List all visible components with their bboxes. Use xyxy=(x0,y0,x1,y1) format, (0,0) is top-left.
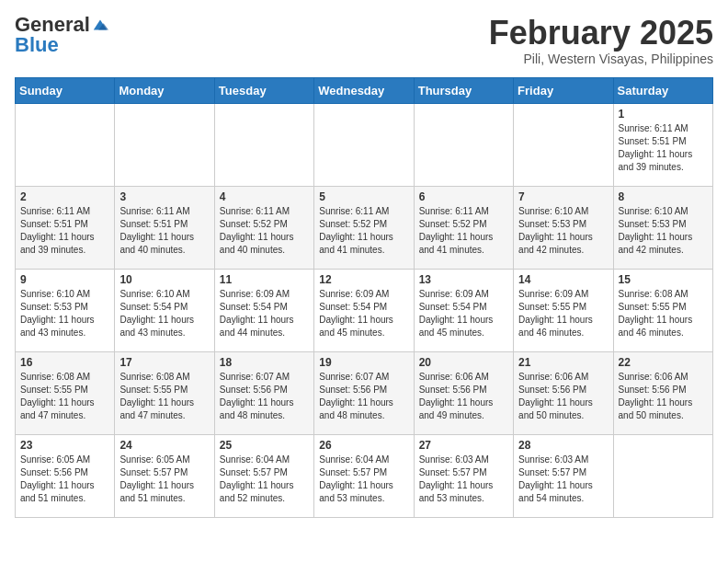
calendar-day-cell xyxy=(314,103,414,186)
calendar-day-cell: 6Sunrise: 6:11 AM Sunset: 5:52 PM Daylig… xyxy=(414,186,513,269)
day-number: 27 xyxy=(419,439,508,452)
day-number: 25 xyxy=(220,439,309,452)
day-info: Sunrise: 6:06 AM Sunset: 5:56 PM Dayligh… xyxy=(419,371,508,422)
calendar-day-cell: 15Sunrise: 6:08 AM Sunset: 5:55 PM Dayli… xyxy=(613,269,712,351)
day-info: Sunrise: 6:04 AM Sunset: 5:57 PM Dayligh… xyxy=(319,454,408,505)
day-number: 22 xyxy=(619,356,708,369)
day-info: Sunrise: 6:03 AM Sunset: 5:57 PM Dayligh… xyxy=(419,454,508,505)
day-number: 9 xyxy=(20,273,109,286)
calendar-day-cell: 2Sunrise: 6:11 AM Sunset: 5:51 PM Daylig… xyxy=(16,186,115,269)
calendar-day-cell xyxy=(115,103,214,186)
day-number: 24 xyxy=(119,439,209,452)
calendar-day-header: Monday xyxy=(115,77,214,103)
logo-blue-text: Blue xyxy=(15,35,59,55)
calendar-day-cell xyxy=(214,103,313,186)
day-info: Sunrise: 6:11 AM Sunset: 5:52 PM Dayligh… xyxy=(419,205,508,257)
calendar-day-header: Wednesday xyxy=(314,77,414,103)
day-info: Sunrise: 6:09 AM Sunset: 5:54 PM Dayligh… xyxy=(419,288,508,339)
page-header: General Blue February 2025 Pili, Western… xyxy=(15,15,713,66)
day-number: 3 xyxy=(119,190,209,203)
day-number: 4 xyxy=(220,190,309,203)
calendar-day-cell: 20Sunrise: 6:06 AM Sunset: 5:56 PM Dayli… xyxy=(414,351,513,434)
calendar-day-cell: 10Sunrise: 6:10 AM Sunset: 5:54 PM Dayli… xyxy=(115,269,214,351)
day-number: 1 xyxy=(619,108,708,121)
calendar-day-cell: 14Sunrise: 6:09 AM Sunset: 5:55 PM Dayli… xyxy=(514,269,613,351)
calendar-day-cell: 22Sunrise: 6:06 AM Sunset: 5:56 PM Dayli… xyxy=(613,351,712,434)
day-info: Sunrise: 6:11 AM Sunset: 5:51 PM Dayligh… xyxy=(119,205,209,257)
calendar-day-cell: 18Sunrise: 6:07 AM Sunset: 5:56 PM Dayli… xyxy=(214,351,313,434)
day-number: 8 xyxy=(619,190,708,203)
day-info: Sunrise: 6:05 AM Sunset: 5:56 PM Dayligh… xyxy=(20,454,109,505)
day-info: Sunrise: 6:05 AM Sunset: 5:57 PM Dayligh… xyxy=(119,454,209,505)
day-info: Sunrise: 6:09 AM Sunset: 5:55 PM Dayligh… xyxy=(518,288,608,339)
calendar-day-cell: 26Sunrise: 6:04 AM Sunset: 5:57 PM Dayli… xyxy=(314,434,414,517)
day-number: 2 xyxy=(20,190,109,203)
day-number: 16 xyxy=(20,356,109,369)
day-number: 11 xyxy=(220,273,309,286)
day-info: Sunrise: 6:08 AM Sunset: 5:55 PM Dayligh… xyxy=(119,371,209,422)
calendar-day-cell: 16Sunrise: 6:08 AM Sunset: 5:55 PM Dayli… xyxy=(16,351,115,434)
calendar-day-cell: 3Sunrise: 6:11 AM Sunset: 5:51 PM Daylig… xyxy=(115,186,214,269)
day-info: Sunrise: 6:10 AM Sunset: 5:53 PM Dayligh… xyxy=(20,288,109,339)
day-info: Sunrise: 6:06 AM Sunset: 5:56 PM Dayligh… xyxy=(619,371,708,422)
day-info: Sunrise: 6:07 AM Sunset: 5:56 PM Dayligh… xyxy=(220,371,309,422)
day-info: Sunrise: 6:11 AM Sunset: 5:52 PM Dayligh… xyxy=(220,205,309,257)
day-info: Sunrise: 6:10 AM Sunset: 5:53 PM Dayligh… xyxy=(518,205,608,257)
day-number: 21 xyxy=(518,356,608,369)
location-text: Pili, Western Visayas, Philippines xyxy=(489,52,713,66)
calendar-day-header: Tuesday xyxy=(214,77,313,103)
calendar-day-cell: 7Sunrise: 6:10 AM Sunset: 5:53 PM Daylig… xyxy=(514,186,613,269)
calendar-day-header: Saturday xyxy=(613,77,712,103)
day-number: 17 xyxy=(119,356,209,369)
day-info: Sunrise: 6:06 AM Sunset: 5:56 PM Dayligh… xyxy=(518,371,608,422)
day-number: 15 xyxy=(619,273,708,286)
calendar-day-cell: 4Sunrise: 6:11 AM Sunset: 5:52 PM Daylig… xyxy=(214,186,313,269)
day-number: 13 xyxy=(419,273,508,286)
day-info: Sunrise: 6:11 AM Sunset: 5:51 PM Dayligh… xyxy=(20,205,109,257)
day-number: 23 xyxy=(20,439,109,452)
day-info: Sunrise: 6:08 AM Sunset: 5:55 PM Dayligh… xyxy=(619,288,708,339)
calendar-table: SundayMondayTuesdayWednesdayThursdayFrid… xyxy=(15,77,713,518)
calendar-day-header: Sunday xyxy=(16,77,115,103)
day-number: 10 xyxy=(119,273,209,286)
calendar-day-cell: 24Sunrise: 6:05 AM Sunset: 5:57 PM Dayli… xyxy=(115,434,214,517)
calendar-day-cell: 25Sunrise: 6:04 AM Sunset: 5:57 PM Dayli… xyxy=(214,434,313,517)
calendar-day-cell: 27Sunrise: 6:03 AM Sunset: 5:57 PM Dayli… xyxy=(414,434,513,517)
day-number: 18 xyxy=(220,356,309,369)
calendar-week-row: 23Sunrise: 6:05 AM Sunset: 5:56 PM Dayli… xyxy=(16,434,713,517)
day-number: 20 xyxy=(419,356,508,369)
calendar-day-cell: 8Sunrise: 6:10 AM Sunset: 5:53 PM Daylig… xyxy=(613,186,712,269)
calendar-day-cell: 11Sunrise: 6:09 AM Sunset: 5:54 PM Dayli… xyxy=(214,269,313,351)
logo-general-text: General xyxy=(15,15,90,35)
calendar-day-cell: 17Sunrise: 6:08 AM Sunset: 5:55 PM Dayli… xyxy=(115,351,214,434)
calendar-day-cell xyxy=(514,103,613,186)
day-number: 7 xyxy=(518,190,608,203)
calendar-day-cell xyxy=(414,103,513,186)
calendar-day-cell: 12Sunrise: 6:09 AM Sunset: 5:54 PM Dayli… xyxy=(314,269,414,351)
calendar-day-cell: 28Sunrise: 6:03 AM Sunset: 5:57 PM Dayli… xyxy=(514,434,613,517)
calendar-day-cell xyxy=(613,434,712,517)
calendar-week-row: 1Sunrise: 6:11 AM Sunset: 5:51 PM Daylig… xyxy=(16,103,713,186)
day-info: Sunrise: 6:03 AM Sunset: 5:57 PM Dayligh… xyxy=(518,454,608,505)
day-info: Sunrise: 6:07 AM Sunset: 5:56 PM Dayligh… xyxy=(319,371,408,422)
calendar-week-row: 9Sunrise: 6:10 AM Sunset: 5:53 PM Daylig… xyxy=(16,269,713,351)
calendar-day-cell: 13Sunrise: 6:09 AM Sunset: 5:54 PM Dayli… xyxy=(414,269,513,351)
day-number: 12 xyxy=(319,273,408,286)
calendar-day-header: Thursday xyxy=(414,77,513,103)
calendar-day-cell: 19Sunrise: 6:07 AM Sunset: 5:56 PM Dayli… xyxy=(314,351,414,434)
calendar-week-row: 16Sunrise: 6:08 AM Sunset: 5:55 PM Dayli… xyxy=(16,351,713,434)
day-number: 28 xyxy=(518,439,608,452)
day-number: 26 xyxy=(319,439,408,452)
month-title: February 2025 xyxy=(489,15,713,52)
day-info: Sunrise: 6:10 AM Sunset: 5:54 PM Dayligh… xyxy=(119,288,209,339)
calendar-day-cell: 5Sunrise: 6:11 AM Sunset: 5:52 PM Daylig… xyxy=(314,186,414,269)
calendar-header-row: SundayMondayTuesdayWednesdayThursdayFrid… xyxy=(16,77,713,103)
day-info: Sunrise: 6:11 AM Sunset: 5:52 PM Dayligh… xyxy=(319,205,408,257)
day-info: Sunrise: 6:04 AM Sunset: 5:57 PM Dayligh… xyxy=(220,454,309,505)
day-info: Sunrise: 6:09 AM Sunset: 5:54 PM Dayligh… xyxy=(220,288,309,339)
logo-icon xyxy=(92,17,108,33)
day-info: Sunrise: 6:08 AM Sunset: 5:55 PM Dayligh… xyxy=(20,371,109,422)
calendar-day-cell: 1Sunrise: 6:11 AM Sunset: 5:51 PM Daylig… xyxy=(613,103,712,186)
calendar-week-row: 2Sunrise: 6:11 AM Sunset: 5:51 PM Daylig… xyxy=(16,186,713,269)
day-info: Sunrise: 6:11 AM Sunset: 5:51 PM Dayligh… xyxy=(619,122,708,174)
